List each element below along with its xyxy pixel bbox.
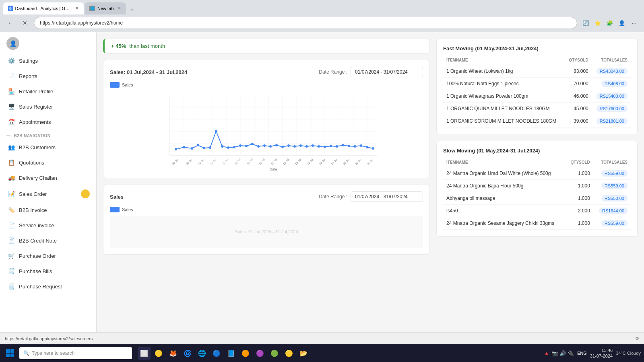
b2b-customers-icon: 👥: [8, 144, 15, 151]
sidebar-item-sales-order[interactable]: 📝 Sales Order: [0, 185, 96, 202]
b2b-invoice-label: B2B Invoice: [19, 207, 47, 213]
network-icon[interactable]: 🔌: [568, 350, 574, 356]
svg-point-21: [183, 146, 185, 148]
item-total: RS559.00: [593, 167, 631, 180]
slow-moving-header-row: ITEMNAME QTYSOLD TOTALSALES: [443, 158, 631, 167]
table-row: 24 Mnatra Organic Sesame Jaggery Chikki …: [443, 217, 631, 230]
svg-text:26 Jul: 26 Jul: [355, 158, 362, 165]
taskbar-right: 🔺 📷 🔊 🔌 ENG 13:46 31-07-2024 34°C Cloudy: [543, 348, 641, 359]
svg-point-28: [227, 146, 229, 149]
taskbar-app-taskview[interactable]: ⬜: [138, 347, 151, 360]
item-total: RS17600.00: [592, 103, 631, 115]
sidebar-item-purchase-order[interactable]: 🛒 Purchase Order: [0, 248, 96, 263]
taskbar-app-app9[interactable]: 🟢: [268, 347, 281, 360]
sidebar-item-appointments[interactable]: 📅 Appointments: [0, 114, 96, 130]
sidebar-item-service-invoice[interactable]: 📄 Service invoice: [0, 218, 96, 233]
search-placeholder: Type here to search: [32, 350, 74, 356]
purchase-request-label: Purchase Request: [19, 284, 62, 290]
status-url: https://retail.galla.app/mystorev2/sales…: [5, 336, 629, 341]
extensions-icon[interactable]: 🧩: [605, 18, 615, 28]
taskbar-app-app5[interactable]: 🔵: [210, 347, 223, 360]
taskbar-app-edge[interactable]: 🌀: [181, 347, 194, 360]
back-button[interactable]: ←: [5, 17, 16, 29]
svg-text:12 Jul: 12 Jul: [222, 158, 229, 165]
item-name: 24 Mantra Organic Bajra Flour 500g: [443, 180, 566, 192]
new-tab-button[interactable]: +: [127, 4, 137, 14]
table-row: ls450 2.000 RS1644.00: [443, 205, 631, 217]
tab-close-inactive[interactable]: ✕: [118, 6, 121, 11]
service-invoice-label: Service invoice: [19, 222, 54, 228]
tab-inactive[interactable]: 🌐 New tab ✕: [85, 2, 126, 14]
taskbar-app-explorer[interactable]: 🟡: [152, 347, 165, 360]
sidebar-item-b2b-invoice[interactable]: 🏷️ B2B Invoice: [0, 202, 96, 218]
item-qty: 1.000: [566, 192, 593, 205]
svg-text:18 Jul: 18 Jul: [282, 158, 289, 165]
chart1-date-row: Date Range : 01/07/2024 - 31/07/2024: [319, 67, 423, 77]
camera-icon[interactable]: 📷: [551, 350, 558, 356]
chart1-svg: 08 Jul 09 Jul 10 Jul 11 Jul 12 Jul 13 Ju…: [110, 91, 423, 171]
sidebar: 👤 ⚙️ Settings 📄 Reports 🏪 Retailer Profi…: [0, 32, 97, 332]
sidebar-item-purchase-request[interactable]: 🗒️ Purchase Request: [0, 279, 96, 294]
sidebar-item-retailer-profile[interactable]: 🏪 Retailer Profile: [0, 84, 96, 99]
status-right: ⚙: [635, 336, 639, 341]
svg-point-35: [269, 145, 272, 148]
taskbar-app-app10[interactable]: 🟡: [283, 347, 295, 360]
start-button[interactable]: [3, 346, 17, 360]
svg-point-23: [197, 144, 199, 146]
sidebar-item-settings[interactable]: ⚙️ Settings: [0, 53, 96, 68]
item-total: RS1644.00: [593, 205, 631, 217]
toolbar-icons: 🔄 ⭐ 🧩 👤 ⋯: [580, 18, 639, 28]
slow-moving-table: ITEMNAME QTYSOLD TOTALSALES 24 Mantra Or…: [443, 158, 631, 230]
star-icon[interactable]: ⭐: [592, 18, 603, 28]
taskbar-app-chrome[interactable]: 🌐: [196, 347, 208, 360]
refresh-page-icon[interactable]: 🔄: [580, 18, 591, 28]
sidebar-item-reports[interactable]: 📄 Reports: [0, 68, 96, 84]
sidebar-item-sales-register[interactable]: 🖥️ Sales Register: [0, 99, 96, 114]
chart1-date-input[interactable]: 01/07/2024 - 31/07/2024: [351, 67, 423, 77]
taskbar-app-app7[interactable]: 🟠: [239, 347, 252, 360]
svg-point-26: [215, 130, 217, 132]
menu-icon[interactable]: ⋯: [629, 18, 639, 28]
taskbar-app-app6[interactable]: 📘: [225, 347, 237, 360]
reload-button[interactable]: ✕: [19, 17, 31, 29]
taskbar-app-app8[interactable]: 🟣: [254, 347, 266, 360]
address-bar[interactable]: https://retail.galla.app/mystorev2/home: [34, 17, 577, 29]
purchase-bills-label: Purchase Bills: [19, 268, 52, 274]
fast-moving-col-totalsales: TOTALSALES: [592, 56, 631, 65]
taskbar-app-firefox[interactable]: 🦊: [167, 347, 180, 360]
sidebar-item-b2b-credit-note[interactable]: 📄 B2B Credit Note: [0, 233, 96, 248]
quotations-icon: 📋: [8, 159, 15, 166]
sidebar-item-purchase-bills[interactable]: 🗒️ Purchase Bills: [0, 263, 96, 279]
taskbar-search[interactable]: 🔍 Type here to search: [19, 347, 132, 359]
taskbar-app-app11[interactable]: 📂: [297, 347, 310, 360]
svg-point-20: [175, 148, 177, 150]
table-row: 1 ORGANIC QUINA MILLET NOODLES 180GM 45.…: [443, 103, 631, 115]
sidebar-item-delivery-challan[interactable]: 🚚 Delivery Challan: [0, 170, 96, 185]
b2b-credit-note-label: B2B Credit Note: [19, 238, 57, 244]
clock[interactable]: 13:46 31-07-2024: [590, 348, 613, 359]
svg-point-29: [233, 146, 235, 148]
svg-point-51: [366, 146, 368, 148]
notification-icon[interactable]: 🔺: [543, 350, 550, 356]
b2b-invoice-icon: 🏷️: [8, 206, 15, 214]
sidebar-item-b2b-customers[interactable]: 👥 B2B Customers: [0, 140, 96, 155]
table-row: Abhyanga oil massage 1.000 RS550.00: [443, 192, 631, 205]
chart2-header: Sales Date Range : 01/07/2024 - 31/07/20…: [110, 191, 423, 202]
sidebar-item-quotations[interactable]: 📋 Quotations: [0, 155, 96, 170]
left-panel: + 45% than last month Sales: 01 Jul,2024…: [103, 39, 430, 326]
tab-close-active[interactable]: ✕: [75, 6, 79, 11]
tab-active[interactable]: G Dashboard - Analytics | Galla GS... ✕: [3, 2, 84, 14]
chart2-date-input[interactable]: 01/07/2024 - 31/07/2024: [351, 191, 423, 202]
taskbar-apps: ⬜ 🟡 🦊 🌀 🌐 🔵 📘 🟠 🟣 🟢 🟡 📂: [138, 347, 310, 360]
item-qty: 70.000: [565, 78, 592, 90]
item-name: 1 ORGANIC QUINA MILLET NOODLES 180GM: [443, 103, 565, 115]
profile-icon[interactable]: 👤: [617, 18, 627, 28]
svg-point-45: [330, 145, 332, 147]
item-total: RS15400.00: [592, 90, 631, 103]
delivery-challan-label: Delivery Challan: [19, 175, 57, 181]
sidebar-user: 👤: [0, 32, 96, 53]
chart2-subtitle: Sales: [110, 194, 124, 200]
chart2-legend: Sales: [110, 207, 423, 212]
volume-icon[interactable]: 🔊: [559, 350, 566, 356]
settings-gear-icon[interactable]: ⚙: [635, 336, 639, 341]
